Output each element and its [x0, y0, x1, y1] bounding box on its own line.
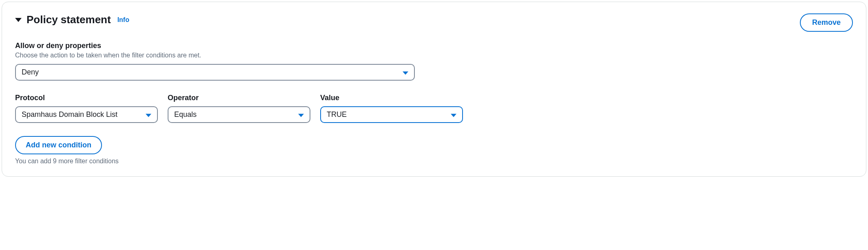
operator-label: Operator — [168, 94, 310, 102]
operator-field: Operator Equals — [168, 94, 310, 123]
conditions-row: Protocol Spamhaus Domain Block List Oper… — [15, 94, 853, 123]
add-condition-button[interactable]: Add new condition — [15, 136, 102, 154]
caret-down-icon — [298, 114, 304, 117]
panel-title: Policy statement — [27, 13, 111, 26]
value-select[interactable]: TRUE — [320, 106, 463, 123]
protocol-label: Protocol — [15, 94, 158, 102]
action-section: Allow or deny properties Choose the acti… — [15, 42, 853, 81]
conditions-hint: You can add 9 more filter conditions — [15, 158, 853, 165]
protocol-field: Protocol Spamhaus Domain Block List — [15, 94, 158, 123]
action-description: Choose the action to be taken when the f… — [15, 52, 853, 59]
caret-down-icon — [451, 114, 456, 117]
policy-statement-panel: Policy statement Info Remove Allow or de… — [2, 2, 866, 177]
action-select[interactable]: Deny — [15, 64, 415, 81]
value-label: Value — [320, 94, 463, 102]
protocol-select[interactable]: Spamhaus Domain Block List — [15, 106, 158, 123]
action-label: Allow or deny properties — [15, 42, 853, 50]
operator-select-value: Equals — [174, 110, 197, 119]
remove-button[interactable]: Remove — [800, 13, 853, 32]
panel-header: Policy statement Info Remove — [15, 13, 853, 32]
operator-select[interactable]: Equals — [168, 106, 310, 123]
caret-down-icon — [146, 114, 151, 117]
header-left: Policy statement Info — [15, 13, 129, 26]
value-field: Value TRUE — [320, 94, 463, 123]
caret-down-icon[interactable] — [15, 18, 22, 22]
protocol-select-value: Spamhaus Domain Block List — [22, 110, 117, 119]
add-condition-section: Add new condition You can add 9 more fil… — [15, 136, 853, 165]
caret-down-icon — [403, 71, 408, 75]
info-link[interactable]: Info — [117, 16, 129, 24]
action-select-value: Deny — [22, 68, 39, 77]
value-select-value: TRUE — [327, 110, 347, 119]
